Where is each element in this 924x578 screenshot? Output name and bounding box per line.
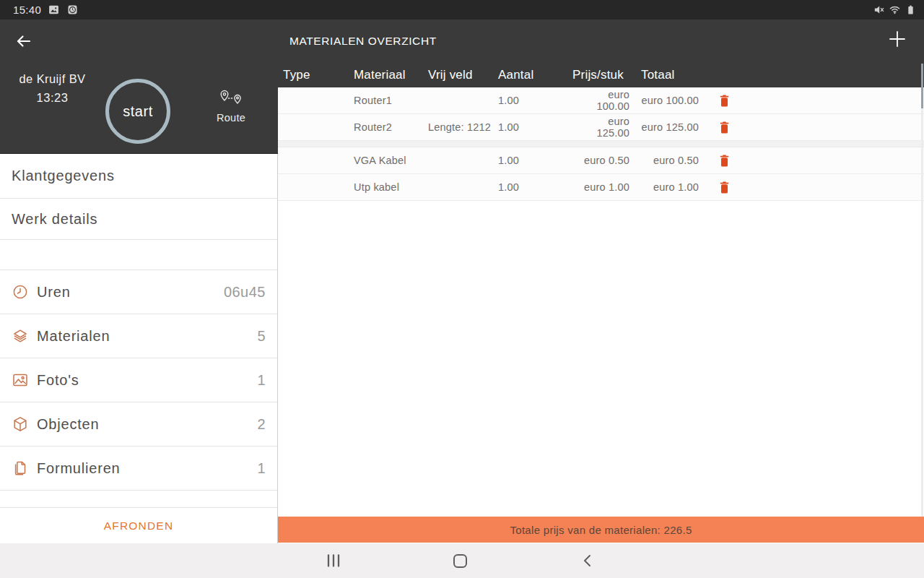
cell-totaal: euro 125.00	[641, 121, 699, 133]
home-icon[interactable]	[445, 546, 474, 575]
sidebar-item-count: 1	[257, 372, 266, 389]
android-nav-bar	[0, 543, 924, 578]
sidebar-counter-list: Uren06u45Materialen5Foto's1Objecten2Form…	[0, 270, 277, 491]
image-icon	[48, 4, 60, 16]
trash-icon[interactable]	[717, 93, 731, 108]
photo-icon	[12, 371, 29, 389]
cell-materiaal: Router2	[354, 121, 428, 133]
cell-prijs-stuk: euro 125.00	[572, 116, 629, 139]
scrollbar-track	[921, 108, 923, 517]
table-row[interactable]: VGA Kabel1.00euro 0.50euro 0.50	[278, 147, 924, 174]
sidebar-item-klantgegevens[interactable]: Klantgegevens	[0, 154, 277, 199]
sidebar-item-label: Materialen	[37, 328, 257, 345]
sidebar-item-count: 06u45	[224, 284, 266, 301]
route-pins-icon	[215, 98, 247, 111]
sidebar-item-objecten[interactable]: Objecten2	[0, 402, 277, 447]
sidebar-item-materialen[interactable]: Materialen5	[0, 314, 277, 358]
sidebar: Klantgegevens Werk details Uren06u45Mate…	[0, 154, 278, 543]
total-price-text: Totale prijs van de materialen: 226.5	[510, 524, 692, 536]
cell-prijs-stuk: euro 100.00	[572, 89, 629, 112]
company-block: de Kruijf BV 13:23	[7, 72, 97, 105]
total-price-bar: Totale prijs van de materialen: 226.5	[278, 517, 924, 543]
route-label: Route	[205, 112, 257, 124]
sidebar-header: de Kruijf BV 13:23 start Route	[0, 20, 278, 154]
column-header-aantal: Aantal	[498, 68, 572, 82]
content-header: MATERIALEN OVERZICHT Type Materiaal Vrij…	[278, 20, 924, 87]
sidebar-item-label: Foto's	[37, 372, 257, 389]
mute-icon	[873, 4, 885, 16]
app-screen: 15:40 de Kruijf BV 13:23 st	[0, 0, 924, 578]
company-name: de Kruijf BV	[7, 72, 97, 86]
battery-icon	[905, 4, 917, 16]
status-bar: 15:40	[0, 0, 924, 20]
cell-vrij-veld: Lengte: 1212	[428, 121, 498, 133]
cell-aantal: 1.00	[498, 181, 572, 193]
trash-icon[interactable]	[717, 180, 731, 195]
sidebar-item-count: 5	[257, 328, 266, 345]
clock-icon	[12, 283, 29, 301]
cell-materiaal: Utp kabel	[354, 181, 428, 193]
sidebar-item-uren[interactable]: Uren06u45	[0, 270, 277, 314]
document-icon	[12, 460, 29, 477]
sidebar-spacer	[0, 491, 277, 508]
materials-table: Router11.00euro 100.00euro 100.00Router2…	[278, 87, 924, 543]
back-arrow-icon[interactable]	[14, 32, 33, 51]
plus-icon[interactable]	[886, 28, 908, 50]
afronden-button[interactable]: AFRONDEN	[0, 508, 277, 543]
column-header-prijs-stuk: Prijs/stuk	[572, 68, 641, 82]
table-header-row: Type Materiaal Vrij veld Aantal Prijs/st…	[278, 63, 924, 87]
cell-totaal: euro 0.50	[641, 155, 699, 166]
sidebar-item-label: Formulieren	[37, 460, 257, 477]
sidebar-item-werk-details[interactable]: Werk details	[0, 199, 277, 240]
trash-icon[interactable]	[717, 120, 731, 135]
trash-icon[interactable]	[717, 153, 731, 168]
column-header-totaal: Totaal	[641, 68, 924, 82]
cell-prijs-stuk: euro 0.50	[572, 155, 629, 166]
wifi-icon	[889, 4, 901, 16]
cell-materiaal: VGA Kabel	[354, 155, 428, 166]
layers-icon	[12, 327, 29, 345]
column-header-materiaal: Materiaal	[354, 68, 428, 82]
table-row[interactable]: Router11.00euro 100.00euro 100.00	[278, 87, 924, 114]
back-icon[interactable]	[572, 546, 601, 575]
table-row[interactable]: Utp kabel1.00euro 1.00euro 1.00	[278, 174, 924, 201]
cube-icon	[12, 415, 29, 433]
sidebar-item-count: 1	[257, 460, 266, 477]
scrollbar-thumb[interactable]	[921, 64, 923, 108]
cell-aantal: 1.00	[498, 121, 572, 133]
status-time: 15:40	[13, 4, 41, 16]
column-header-vrij-veld: Vrij veld	[428, 68, 498, 82]
status-system-icons	[873, 0, 917, 20]
sidebar-item-label: Klantgegevens	[12, 168, 115, 184]
row-group-gap	[278, 141, 924, 147]
sidebar-item-label: Objecten	[37, 416, 257, 433]
cell-totaal: euro 100.00	[641, 95, 699, 106]
clock-icon	[66, 4, 79, 16]
recents-icon[interactable]	[319, 546, 348, 575]
sidebar-item-label: Werk details	[12, 211, 97, 228]
page-title: MATERIALEN OVERZICHT	[289, 35, 437, 48]
route-button[interactable]: Route	[205, 90, 257, 124]
cell-totaal: euro 1.00	[641, 181, 699, 193]
work-time: 13:23	[7, 91, 97, 105]
table-body: Router11.00euro 100.00euro 100.00Router2…	[278, 87, 924, 201]
start-button[interactable]: start	[105, 79, 170, 144]
column-header-type: Type	[283, 68, 354, 82]
cell-aantal: 1.00	[498, 155, 572, 166]
sidebar-item-label: Uren	[37, 284, 224, 301]
afronden-button-label: AFRONDEN	[104, 519, 174, 532]
sidebar-spacer	[0, 240, 277, 270]
cell-aantal: 1.00	[498, 95, 572, 106]
sidebar-item-count: 2	[257, 416, 266, 433]
cell-materiaal: Router1	[354, 95, 428, 106]
sidebar-item-formulieren[interactable]: Formulieren1	[0, 447, 277, 491]
sidebar-item-fotos[interactable]: Foto's1	[0, 358, 277, 402]
cell-prijs-stuk: euro 1.00	[572, 181, 629, 193]
table-row[interactable]: Router2Lengte: 12121.00euro 125.00euro 1…	[278, 114, 924, 141]
start-button-label: start	[123, 103, 152, 120]
